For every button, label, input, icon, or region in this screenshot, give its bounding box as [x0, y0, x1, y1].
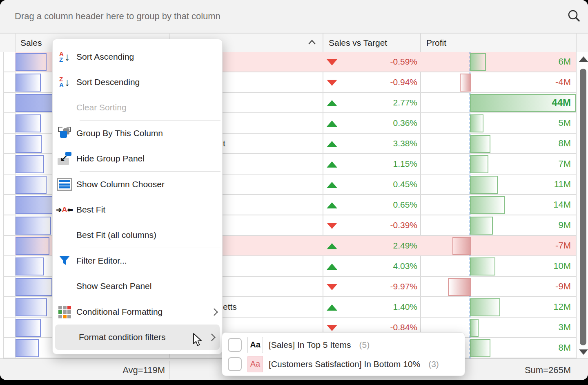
- sort-ascending-indicator-icon: [307, 39, 316, 45]
- profit-data-bar: [470, 196, 505, 214]
- group-by-icon: [53, 127, 76, 140]
- column-header-profit[interactable]: Profit: [421, 34, 576, 52]
- profit-value: -7M: [555, 236, 571, 255]
- profit-value: 8M: [558, 338, 571, 358]
- trend-up-icon: [327, 100, 337, 106]
- menu-item-filter-editor[interactable]: Filter Editor...: [53, 248, 222, 273]
- sales-avg-summary: Avg=119M: [122, 359, 165, 380]
- group-by-panel[interactable]: Drag a column header here to group by th…: [0, 0, 588, 34]
- sales-data-bar: [16, 339, 39, 357]
- filter-editor-icon: [53, 255, 76, 266]
- chevron-right-icon: [210, 308, 218, 316]
- profit-value: 14M: [553, 195, 571, 215]
- menu-item-best-fit[interactable]: ➔A⬅Best Fit: [53, 197, 222, 222]
- sales-vs-target-value: 0.45%: [393, 175, 417, 194]
- column-header-sales-vs-target[interactable]: Sales vs Target: [323, 34, 421, 52]
- profit-data-bar: [448, 278, 471, 296]
- footer-divider: [169, 361, 170, 379]
- menu-item-label: Show Search Panel: [76, 281, 222, 291]
- trend-up-icon: [327, 141, 337, 147]
- sales-data-bar: [16, 257, 44, 275]
- menu-item-best-fit-all-columns[interactable]: Best Fit (all columns): [53, 222, 222, 248]
- menu-item-label: Filter Editor...: [76, 256, 222, 266]
- column-chooser-icon: [53, 178, 76, 191]
- scroll-up-icon[interactable]: [579, 56, 588, 62]
- profit-data-bar: [470, 135, 490, 153]
- menu-item-clear-sorting[interactable]: Clear Sorting: [53, 95, 222, 120]
- profit-value: 12M: [553, 297, 571, 317]
- profit-value: 10M: [553, 256, 571, 276]
- profit-data-bar: [470, 114, 483, 132]
- filter-label: [Sales] In Top 5 Items: [269, 340, 351, 350]
- conditional-formatting-icon: [53, 306, 76, 318]
- sales-data-bar: [16, 298, 47, 316]
- profit-value: 44M: [552, 93, 571, 112]
- column-context-menu: AZ↓Sort AscendingZA↓Sort DescendingClear…: [52, 39, 223, 354]
- sales-data-bar: [16, 114, 41, 132]
- menu-item-show-search-panel[interactable]: Show Search Panel: [53, 273, 222, 299]
- hide-group-panel-icon: ↙: [53, 152, 76, 165]
- sales-data-bar: [16, 135, 42, 153]
- menu-item-sort-descending[interactable]: ZA↓Sort Descending: [53, 69, 222, 95]
- sales-vs-target-value: 0.36%: [393, 113, 417, 133]
- profit-value: -4M: [555, 72, 571, 92]
- format-filter-item[interactable]: Aa[Sales] In Top 5 Items(5): [222, 335, 465, 354]
- chevron-right-icon: [208, 334, 215, 341]
- state-cell-text: etts: [223, 297, 237, 317]
- sales-vs-target-value: 1.40%: [393, 297, 417, 317]
- menu-item-sort-ascending[interactable]: AZ↓Sort Ascending: [53, 44, 222, 69]
- menu-item-label: Best Fit (all columns): [76, 230, 222, 240]
- menu-item-group-by-this-column[interactable]: Group By This Column: [53, 121, 222, 146]
- profit-data-bar: [470, 339, 490, 357]
- trend-up-icon: [327, 121, 337, 127]
- trend-up-icon: [327, 243, 337, 249]
- menu-item-show-column-chooser[interactable]: Show Column Chooser: [53, 172, 222, 197]
- trend-down-icon: [327, 59, 337, 65]
- profit-data-bar: [470, 53, 486, 71]
- sales-vs-target-value: 1.15%: [393, 154, 417, 174]
- menu-item-label: Show Column Chooser: [76, 179, 222, 189]
- format-filter-item[interactable]: Aa[Customers Satisfaction] In Bottom 10%…: [222, 354, 465, 374]
- sales-data-bar: [16, 278, 52, 296]
- sort-descending-icon: ZA↓: [53, 76, 76, 88]
- scroll-down-icon[interactable]: [579, 349, 588, 355]
- profit-data-bar: [452, 237, 471, 255]
- menu-item-label: Format condition filters: [79, 332, 203, 342]
- profit-value: 6M: [558, 52, 571, 72]
- filter-label: [Customers Satisfaction] In Bottom 10%: [269, 359, 420, 369]
- profit-data-bar: [470, 319, 479, 337]
- sales-data-bar: [16, 176, 47, 194]
- profit-data-bar: [470, 217, 493, 235]
- state-cell-text: t: [223, 134, 225, 153]
- trend-down-icon: [327, 284, 337, 290]
- profit-value: 11M: [554, 175, 571, 194]
- profit-data-bar: [470, 176, 498, 194]
- sales-data-bar: [16, 319, 41, 337]
- profit-value: 8M: [558, 134, 571, 153]
- sales-data-bar: [16, 237, 49, 255]
- filter-checkbox[interactable]: [228, 338, 242, 352]
- search-icon[interactable]: [566, 8, 582, 25]
- filter-checkbox[interactable]: [228, 357, 242, 371]
- profit-data-bar: [460, 74, 471, 92]
- submenu-chevron-icon: [206, 309, 222, 315]
- sales-vs-target-value: -0.94%: [390, 72, 417, 92]
- menu-item-hide-group-panel[interactable]: ↙Hide Group Panel: [53, 146, 222, 171]
- profit-data-bar: [470, 155, 488, 173]
- scrollbar-thumb[interactable]: [580, 69, 586, 345]
- menu-item-conditional-formatting[interactable]: Conditional Formatting: [53, 299, 222, 325]
- sales-vs-target-value: -0.39%: [390, 215, 417, 235]
- group-panel-hint: Drag a column header here to group by th…: [15, 0, 220, 33]
- trend-up-icon: [327, 202, 337, 208]
- sales-vs-target-value: -9.97%: [390, 277, 417, 296]
- sales-data-bar: [16, 53, 47, 71]
- trend-up-icon: [327, 182, 337, 188]
- menu-item-label: Conditional Formatting: [76, 307, 206, 317]
- trend-down-icon: [327, 325, 337, 331]
- profit-value: 3M: [558, 318, 571, 337]
- sales-vs-target-value: 0.65%: [393, 195, 417, 215]
- filter-count: (3): [428, 359, 439, 369]
- menu-item-label: Sort Descending: [76, 77, 222, 87]
- format-preview-chip: Aa: [247, 337, 263, 353]
- sort-ascending-icon: AZ↓: [53, 51, 76, 63]
